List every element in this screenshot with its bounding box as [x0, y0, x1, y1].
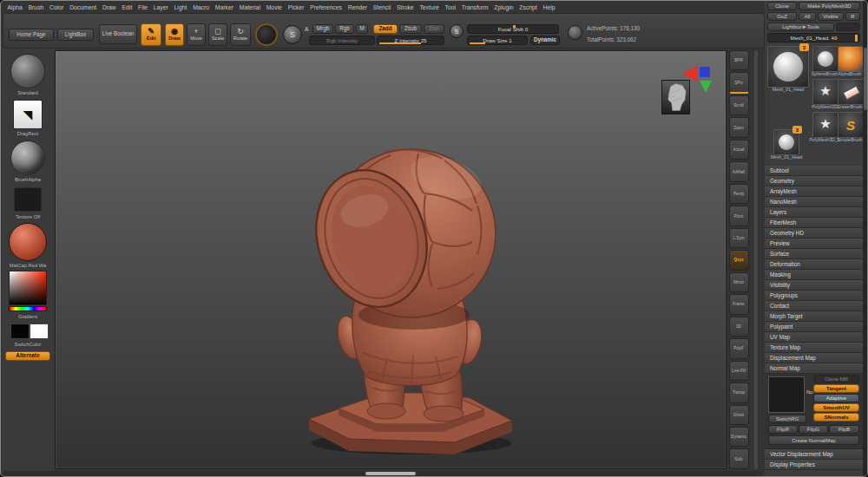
shelf-persp[interactable]: Persp [729, 184, 749, 204]
adaptive-button[interactable]: Adaptive [813, 394, 859, 402]
current-alpha-thumbnail[interactable] [10, 140, 45, 175]
lightbox-tools-button[interactable]: Lightbox►Tools [767, 23, 834, 31]
menu-transform[interactable]: Transform [458, 4, 491, 10]
mrgb-button[interactable]: Mrgb [312, 24, 333, 34]
subtool-density-slider[interactable]: Mesh_01_Head. 49 [767, 33, 860, 42]
dynamic-button[interactable]: Dynamic [530, 36, 560, 45]
current-stroke-thumbnail[interactable]: ◥ [13, 100, 43, 129]
edit-button[interactable]: ✎ Edit [141, 23, 161, 46]
section-geometry-hd[interactable]: Geometry HD [765, 228, 863, 238]
menu-zplugin[interactable]: Zplugin [491, 4, 516, 10]
section-surface[interactable]: Surface [765, 249, 863, 259]
lightbox-button[interactable]: LightBox [57, 29, 94, 41]
draw-size-curve-icon[interactable] [568, 25, 582, 40]
menu-picker[interactable]: Picker [285, 4, 307, 10]
draw-size-slider[interactable]: Draw Size 1 [467, 36, 528, 45]
menu-stencil[interactable]: Stencil [370, 4, 393, 10]
section-masking[interactable]: Masking [765, 270, 863, 280]
menu-light[interactable]: Light [171, 4, 190, 10]
shelf-scroll[interactable]: Scroll [729, 95, 749, 115]
snormals-button[interactable]: SNormals [813, 413, 859, 421]
live-boolean-button[interactable]: Live Boolean [99, 24, 137, 44]
section-deformation[interactable]: Deformation [765, 259, 863, 270]
menu-help[interactable]: Help [540, 4, 558, 10]
move-button[interactable]: + Move [187, 23, 206, 46]
menu-document[interactable]: Document [67, 4, 100, 10]
menu-texture[interactable]: Texture [417, 4, 442, 10]
tangent-button[interactable]: Tangent [813, 384, 859, 393]
section-vector-displacement-map[interactable]: Vector Displacement Map [765, 449, 863, 460]
shelf-frame[interactable]: Frame [729, 294, 749, 314]
zsub-button[interactable]: Zsub [399, 24, 422, 34]
rotate-button[interactable]: ↻ Rotate [230, 23, 251, 46]
switchrg-button[interactable]: SwitchRG [768, 415, 806, 423]
document-canvas[interactable] [55, 50, 727, 469]
section-normal-map[interactable]: Normal Map [765, 363, 863, 374]
panel-divider[interactable] [754, 50, 758, 469]
make-polymesh3d-button[interactable]: Make PolyMesh3D [799, 2, 860, 10]
menu-draw[interactable]: Draw [100, 4, 120, 10]
section-displacement-map[interactable]: Displacement Map [765, 353, 863, 363]
home-page-button[interactable]: Home Page [9, 29, 54, 41]
goz-visible-button[interactable]: Visible [818, 12, 844, 21]
current-material-thumbnail[interactable] [9, 223, 47, 261]
horizontal-scrollbar-thumb[interactable] [365, 472, 416, 475]
flipb-button[interactable]: FlipB [829, 425, 859, 434]
head-preview-thumbnail[interactable] [661, 80, 690, 114]
zcut-button[interactable]: Zcut [424, 24, 444, 34]
menu-edit[interactable]: Edit [119, 4, 135, 10]
goz-r-button[interactable]: R [845, 12, 860, 21]
menu-zscript[interactable]: Zscript [516, 4, 540, 10]
hue-strip[interactable] [9, 306, 47, 311]
create-normalmap-button[interactable]: Create NormalMap [768, 435, 859, 445]
m-button[interactable]: M [356, 24, 368, 34]
shelf-spix[interactable]: SPix [729, 72, 749, 93]
goz-button[interactable]: GoZ [767, 12, 797, 21]
shelf-mirror[interactable]: Mirror [729, 272, 749, 292]
focal-shift-slider[interactable]: Focal Shift 0 [467, 24, 559, 34]
shelf-3d[interactable]: 3D [729, 317, 749, 337]
section-subtool[interactable]: Subtool [765, 166, 863, 176]
shelf-ghost[interactable]: Ghost [729, 405, 749, 425]
menu-stroke[interactable]: Stroke [394, 4, 417, 10]
smoothuv-button[interactable]: SmoothUV [813, 403, 859, 412]
menu-layer[interactable]: Layer [150, 4, 171, 10]
menu-file[interactable]: File [135, 4, 151, 10]
section-morph-target[interactable]: Morph Target [765, 311, 863, 322]
section-contact[interactable]: Contact [765, 301, 863, 311]
shelf-bpr[interactable]: BPR [729, 50, 749, 70]
shelf-transp[interactable]: Transp [729, 382, 749, 402]
rgb-intensity-slider[interactable]: Rgb Intensity [309, 36, 375, 45]
section-geometry[interactable]: Geometry [765, 176, 863, 186]
scale-button[interactable]: ◻ Scale [208, 23, 227, 46]
tool-header-mini-box[interactable] [836, 23, 860, 31]
section-arraymesh[interactable]: ArrayMesh [765, 186, 863, 197]
shelf-polyf[interactable]: PolyF [729, 338, 749, 358]
menu-alpha[interactable]: Alpha [4, 4, 25, 10]
flipr-button[interactable]: FlipR [768, 425, 798, 434]
menu-brush[interactable]: Brush [25, 4, 47, 10]
shelf-aahalf[interactable]: AAHalf [729, 161, 749, 181]
section-texture-map[interactable]: Texture Map [765, 343, 863, 353]
zadd-button[interactable]: Zadd [373, 24, 398, 34]
menu-color[interactable]: Color [47, 4, 67, 10]
main-color-swatch[interactable] [10, 323, 30, 339]
sculpt-model[interactable] [288, 93, 531, 461]
focal-curve-icon[interactable]: S [450, 24, 464, 38]
shelf-actual[interactable]: Actual [729, 140, 749, 160]
color-picker[interactable] [9, 271, 47, 305]
switchcolor-label[interactable]: SwitchColor [2, 342, 54, 347]
z-intensity-slider[interactable]: Z Intensity 25 [377, 36, 444, 45]
secondary-color-swatch[interactable] [30, 323, 49, 339]
tool-thumbnail-polymesh3d[interactable]: ★ [812, 79, 838, 105]
alternate-button[interactable]: Alternate [5, 351, 50, 361]
shelf-dynamic[interactable]: Dynamic [729, 427, 749, 447]
flipg-button[interactable]: FlipG [799, 425, 828, 434]
menu-macro[interactable]: Macro [190, 4, 213, 10]
rgb-button[interactable]: Rgb [335, 24, 354, 34]
menu-marker[interactable]: Marker [212, 4, 236, 10]
section-nanomesh[interactable]: NanoMesh [765, 197, 863, 207]
tool-thumbnail-simplebrush[interactable]: S [838, 112, 864, 138]
tool-thumbnail-alphabrush[interactable] [838, 46, 864, 72]
tool-thumbnail-eraserbrush[interactable] [838, 79, 864, 105]
